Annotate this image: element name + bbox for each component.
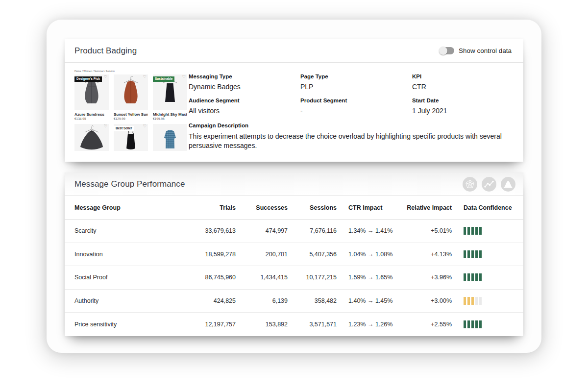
product-badge: Designer's Pick	[74, 76, 102, 82]
chart-view-buttons	[458, 177, 515, 192]
confidence-bar	[467, 227, 470, 235]
confidence-bar	[471, 250, 474, 258]
trials-cell: 18,599,278	[191, 251, 236, 258]
product-badge: Best Seller	[114, 126, 134, 131]
column-header: Message Group	[74, 204, 191, 211]
product-image: ♡	[74, 124, 109, 151]
meta-value: All visitors	[189, 107, 300, 115]
table-row[interactable]: Price sensitivity12,197,757153,8923,571,…	[65, 313, 523, 336]
confidence-bar	[464, 297, 466, 305]
product-image: Designer's Pick♡	[74, 74, 109, 110]
radar-chart-icon[interactable]	[463, 177, 477, 192]
sessions-cell: 7,676,116	[288, 227, 337, 234]
relative-impact-cell: +3.00%	[402, 297, 452, 304]
line-chart-icon[interactable]	[482, 177, 496, 192]
breadcrumb: Home / Women / Summer / Autumn	[74, 70, 115, 73]
product-tile[interactable]: Designer's Pick♡Azure Sundress€134.95	[74, 74, 109, 121]
meta-label: Start Date	[412, 98, 525, 103]
content-frame: Product Badging Show control data Home /…	[47, 20, 541, 353]
wishlist-heart-icon[interactable]: ♡	[104, 124, 107, 128]
bell-curve-icon[interactable]	[501, 177, 515, 192]
product-image: Sustainable♡	[153, 74, 187, 110]
product-price: €199.95	[153, 117, 187, 121]
confidence-bar	[464, 250, 466, 258]
ctr-impact-cell: 1.04% → 1.08%	[337, 251, 402, 258]
confidence-bar	[471, 273, 474, 281]
meta-value: CTR	[412, 83, 525, 91]
successes-cell: 6,139	[236, 297, 288, 304]
confidence-bar	[471, 227, 474, 235]
product-tile[interactable]	[153, 124, 187, 151]
confidence-bar	[464, 273, 466, 281]
column-header: Successes	[236, 204, 288, 211]
meta-label: Audience Segment	[189, 98, 300, 103]
successes-cell: 200,701	[236, 251, 288, 258]
meta-value: 1 July 2021	[412, 107, 525, 115]
product-tiles-row-1: Designer's Pick♡Azure Sundress€134.95♡Su…	[74, 74, 187, 121]
confidence-bars	[464, 227, 514, 235]
campaign-description-text: This experiment attempts to decrease the…	[189, 132, 507, 150]
meta-item: Start Date1 July 2021	[412, 98, 525, 115]
column-header: Sessions	[288, 204, 337, 211]
confidence-bar	[479, 297, 482, 305]
message-group-cell: Innovation	[74, 251, 191, 258]
product-tiles-row-2: ♡Best Seller♡	[74, 124, 187, 151]
ctr-impact-cell: 1.34% → 1.41%	[337, 227, 402, 234]
wishlist-heart-icon[interactable]: ♡	[182, 75, 186, 79]
table-row[interactable]: Social Proof86,745,9601,434,41510,177,21…	[65, 266, 523, 290]
confidence-bar	[464, 320, 466, 328]
confidence-bar	[467, 273, 470, 281]
confidence-bars	[464, 297, 514, 305]
table-header-row: Message GroupTrialsSuccessesSessionsCTR …	[65, 196, 523, 220]
confidence-bar	[475, 297, 478, 305]
confidence-bar	[467, 250, 470, 258]
meta-item: Audience SegmentAll visitors	[189, 98, 300, 115]
successes-cell: 474,997	[236, 227, 288, 234]
toggle-knob	[439, 47, 447, 55]
campaign-description-label: Campaign Description	[189, 122, 507, 128]
data-confidence-cell	[452, 297, 514, 305]
sessions-cell: 3,571,571	[288, 321, 337, 328]
confidence-bars	[464, 273, 514, 281]
table-row[interactable]: Scarcity33,679,613474,9977,676,1161.34% …	[65, 220, 523, 243]
message-group-cell: Social Proof	[74, 274, 191, 281]
confidence-bar	[479, 320, 482, 328]
product-image: Best Seller♡	[114, 124, 148, 151]
ctr-impact-cell: 1.23% → 1.26%	[337, 321, 402, 328]
trials-cell: 424,825	[191, 297, 236, 304]
data-confidence-cell	[452, 320, 514, 328]
product-tile[interactable]: Best Seller♡	[114, 124, 148, 151]
product-tile[interactable]: Sustainable♡Midnight Sky Maxi Dres€199.9…	[153, 74, 187, 121]
product-price: €134.95	[74, 117, 109, 121]
sessions-cell: 358,482	[288, 297, 337, 304]
meta-label: Messaging Type	[189, 74, 300, 79]
message-group-performance-card: Message Group Performance	[65, 172, 523, 336]
product-tile[interactable]: ♡Sunset Yellow Sundress€129.99	[114, 74, 148, 121]
wishlist-heart-icon[interactable]: ♡	[143, 124, 147, 128]
table-row[interactable]: Innovation18,599,278200,7015,407,3561.04…	[65, 243, 523, 267]
relative-impact-cell: +5.01%	[402, 227, 452, 234]
confidence-bar	[475, 250, 478, 258]
wishlist-heart-icon[interactable]: ♡	[143, 75, 147, 79]
table-row[interactable]: Authority424,8256,139358,4821.40% → 1.45…	[65, 290, 523, 313]
confidence-bar	[464, 227, 466, 235]
confidence-bar	[475, 227, 478, 235]
meta-value: Dynamic Badges	[189, 83, 300, 91]
show-control-data-toggle[interactable]: Show control data	[440, 47, 512, 54]
product-badge: Sustainable	[153, 76, 174, 82]
meta-item: Page TypePLP	[300, 74, 412, 91]
toggle-label: Show control data	[459, 47, 512, 54]
message-group-cell: Authority	[74, 297, 191, 304]
confidence-bar	[479, 273, 482, 281]
confidence-bar	[479, 227, 482, 235]
toggle-switch[interactable]	[440, 47, 454, 54]
confidence-bar	[467, 320, 470, 328]
product-tile[interactable]: ♡	[74, 124, 109, 151]
product-card-title: Product Badging	[74, 46, 137, 56]
trials-cell: 33,679,613	[191, 227, 236, 234]
page: Product Badging Show control data Home /…	[0, 0, 588, 392]
product-card-body: Home / Women / Summer / Autumn Designer'…	[65, 63, 523, 161]
data-confidence-cell	[452, 227, 514, 235]
wishlist-heart-icon[interactable]: ♡	[104, 75, 107, 79]
performance-card-title: Message Group Performance	[74, 179, 185, 189]
